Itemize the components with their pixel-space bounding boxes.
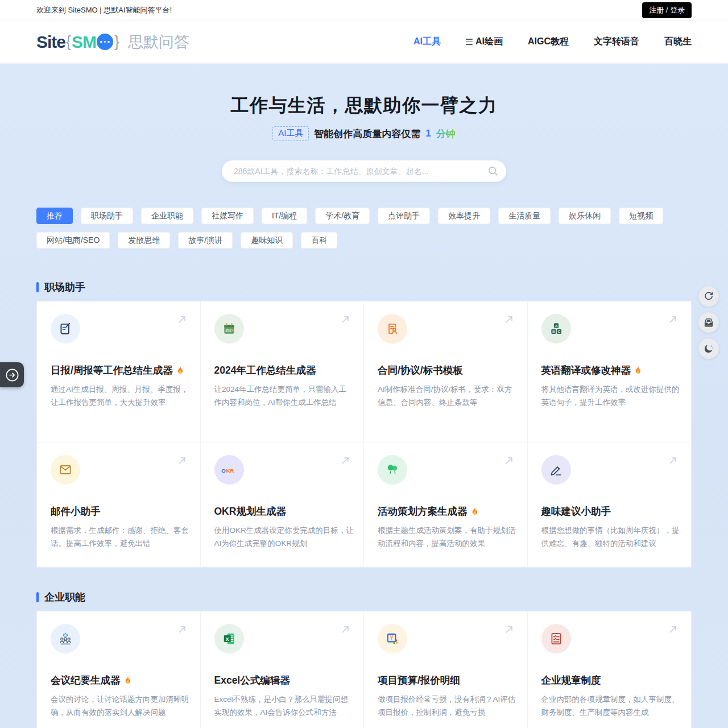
filter-it-coding[interactable]: IT/编程 <box>262 208 307 224</box>
tool-card-company-rules[interactable]: 企业规章制度 企业内部的各项规章制度，如人事制度、财务制度、生产制度等内容生成 <box>528 611 692 728</box>
nav-aigc-tutorial[interactable]: AIGC教程 <box>528 36 569 48</box>
tool-card-meeting-minutes[interactable]: 会议纪要生成器 会议的讨论，让讨论话题方向更加清晰明确，从而有效的落实到人解决问… <box>37 611 201 728</box>
nav-ai-painting[interactable]: AI绘画 <box>466 36 503 48</box>
filter-story-speech[interactable]: 故事/演讲 <box>178 232 233 249</box>
filter-life-quality[interactable]: 生活质量 <box>498 208 551 224</box>
logo-text-site: Site <box>36 32 65 52</box>
tool-card-grid: 会议纪要生成器 会议的讨论，让讨论话题方向更加清晰明确，从而有效的落实到人解决问… <box>36 611 692 728</box>
subtitle-unit: 分钟 <box>436 127 456 140</box>
svg-text:B: B <box>552 330 555 333</box>
section-header: 企业职能 <box>36 590 692 604</box>
ai-tools-badge: AI工具 <box>272 126 309 141</box>
hot-flame-icon <box>633 365 643 375</box>
hot-flame-icon <box>175 365 185 375</box>
page: 欢迎来到 SiteSMO | 思默AI智能问答平台! 注册 / 登录 Site … <box>0 0 728 728</box>
filter-fun-knowledge[interactable]: 趣味知识 <box>241 232 293 249</box>
tool-title: 企业规章制度 <box>541 673 681 688</box>
tool-card-english-translate[interactable]: ABC 英语翻译或修改神器 将其他语言翻译为英语，或改进你提供的英语句子，提升工… <box>528 301 692 442</box>
tool-desc: AI制作标准合同/协议/标书，要求：双方信息、合同内容、终止条款等 <box>378 383 518 409</box>
tool-card-fun-suggestions[interactable]: 趣味建议小助手 根据您想做的事情（比如周年庆祝），提供难忘、有趣、独特的活动和建… <box>528 442 692 567</box>
filter-efficiency[interactable]: 效率提升 <box>438 208 490 224</box>
open-tool-arrow-icon <box>340 455 351 469</box>
refresh-button[interactable] <box>698 286 719 307</box>
search-input[interactable] <box>222 160 506 182</box>
section-accent-bar <box>36 592 39 602</box>
svg-text:A: A <box>555 324 557 328</box>
tool-card-project-budget[interactable]: ¥ 项目预算/报价明细 做项目报价经常亏损，没有利润？AI评估项目报价，控制利润… <box>364 611 528 728</box>
tool-card-grid: 日报/周报等工作总结生成器 通过AI生成日报、周报、月报、季度报，让工作报告更简… <box>36 301 692 568</box>
filter-review[interactable]: 点评助手 <box>378 208 430 224</box>
nav-baixiaosheng[interactable]: 百晓生 <box>664 36 692 48</box>
budget-yuan-icon: ¥ <box>378 624 407 653</box>
section-workplace: 职场助手 日报/周报等工作总结生成器 通过AI生成日报、周报、月报、季度报，让工… <box>36 280 692 568</box>
tool-card-event-planner[interactable]: 活动策划方案生成器 根据主题生成活动策划案，有助于规划活动流程和内容，提高活动的… <box>364 442 528 567</box>
meeting-robot-icon <box>51 624 80 653</box>
open-tool-arrow-icon <box>503 314 515 328</box>
balloons-icon <box>378 455 407 485</box>
moon-stars-icon <box>703 343 714 354</box>
open-tool-arrow-icon <box>667 314 679 328</box>
tool-desc: 将其他语言翻译为英语，或改进你提供的英语句子，提升工作效率 <box>541 383 681 409</box>
tool-card-excel-formula[interactable]: X Excel公式编辑器 Excel不熟练，是小白？那么只需提问想实现的效果，A… <box>201 611 365 728</box>
search-icon[interactable] <box>487 166 498 179</box>
tool-title: 活动策划方案生成器 <box>378 504 518 519</box>
filter-short-video[interactable]: 短视频 <box>619 208 663 224</box>
tool-card-email-assistant[interactable]: 邮件小助手 根据需求，生成邮件：感谢、拒绝、客套话。提高工作效率，避免出错 <box>37 442 201 567</box>
filter-enterprise[interactable]: 企业职能 <box>141 208 193 224</box>
nav-text-to-speech[interactable]: 文字转语音 <box>594 36 639 48</box>
main-content: 职场助手 日报/周报等工作总结生成器 通过AI生成日报、周报、月报、季度报，让工… <box>36 280 692 728</box>
contract-person-icon <box>378 314 407 344</box>
filter-social-writing[interactable]: 社媒写作 <box>201 208 254 224</box>
nav-ai-tools[interactable]: AI工具 <box>413 36 441 48</box>
tool-title: 会议纪要生成器 <box>51 673 191 688</box>
hero-subtitle: AI工具 智能创作高质量内容仅需 1 分钟 <box>0 126 728 141</box>
filter-divergent-thinking[interactable]: 发散思维 <box>118 232 170 249</box>
section-title: 企业职能 <box>44 590 85 604</box>
abc-blocks-icon: ABC <box>541 314 571 344</box>
tool-desc: 会议的讨论，让讨论话题方向更加清晰明确，从而有效的落实到人解决问题 <box>51 693 191 719</box>
svg-text:O: O <box>221 468 226 474</box>
filter-workplace[interactable]: 职场助手 <box>81 208 133 224</box>
subtitle-number: 1 <box>425 128 431 139</box>
filter-entertainment[interactable]: 娱乐休闲 <box>559 208 611 224</box>
section-title: 职场助手 <box>44 280 85 294</box>
logo-brace-close: } <box>114 33 119 51</box>
svg-text:¥: ¥ <box>390 635 394 641</box>
header: Site { SM } 思默问答 AI工具 AI绘画 AIGC教程 文字转语音 … <box>0 20 728 64</box>
svg-text:4: 4 <box>231 328 233 332</box>
envelope-icon <box>51 455 80 485</box>
tool-title: 邮件小助手 <box>51 504 191 519</box>
menu-bars-icon <box>466 39 473 44</box>
register-login-button[interactable]: 注册 / 登录 <box>642 2 692 18</box>
tool-card-contract-template[interactable]: 合同/协议/标书模板 AI制作标准合同/协议/标书，要求：双方信息、合同内容、终… <box>364 301 528 442</box>
hot-flame-icon <box>123 675 133 685</box>
inbox-button[interactable] <box>698 312 719 333</box>
filter-web-ecommerce-seo[interactable]: 网站/电商/SEO <box>36 232 110 249</box>
open-tool-arrow-icon <box>176 314 188 328</box>
next-page-arrow-button[interactable] <box>0 362 24 387</box>
main-nav: AI工具 AI绘画 AIGC教程 文字转语音 百晓生 <box>413 36 692 48</box>
filter-encyclopedia[interactable]: 百科 <box>301 232 337 249</box>
circle-arrow-right-icon <box>5 367 20 383</box>
open-tool-arrow-icon <box>503 455 515 469</box>
section-accent-bar <box>36 282 39 292</box>
site-logo[interactable]: Site { SM } 思默问答 <box>36 32 189 52</box>
okr-text-icon: OKR <box>214 455 244 485</box>
filter-recommended[interactable]: 推荐 <box>36 208 73 224</box>
filter-academic[interactable]: 学术/教育 <box>315 208 370 224</box>
tool-card-2024-summary[interactable]: 2024 2024年工作总结生成器 让2024年工作总结更简单，只需输入工作内容… <box>201 301 365 442</box>
tool-card-daily-report[interactable]: 日报/周报等工作总结生成器 通过AI生成日报、周报、月报、季度报，让工作报告更简… <box>37 301 201 442</box>
tool-title: 项目预算/报价明细 <box>378 673 518 688</box>
welcome-text: 欢迎来到 SiteSMO | 思默AI智能问答平台! <box>36 5 172 15</box>
open-tool-arrow-icon <box>667 624 679 638</box>
tool-card-okr-planner[interactable]: OKR OKR规划生成器 使用OKR生成器设定你要完成的目标，让AI为你生成完整… <box>201 442 365 567</box>
logo-text-sm: SM <box>72 32 96 52</box>
tool-desc: 使用OKR生成器设定你要完成的目标，让AI为你生成完整的OKR规划 <box>214 524 354 550</box>
hot-flame-icon <box>470 506 479 516</box>
svg-text:KR: KR <box>226 468 234 474</box>
search-bar <box>222 160 506 182</box>
dark-mode-button[interactable] <box>698 338 719 359</box>
open-tool-arrow-icon <box>340 314 351 328</box>
tool-desc: 根据需求，生成邮件：感谢、拒绝、客套话。提高工作效率，避免出错 <box>51 524 191 550</box>
tool-desc: 通过AI生成日报、周报、月报、季度报，让工作报告更简单，大大提升效率 <box>51 383 191 409</box>
